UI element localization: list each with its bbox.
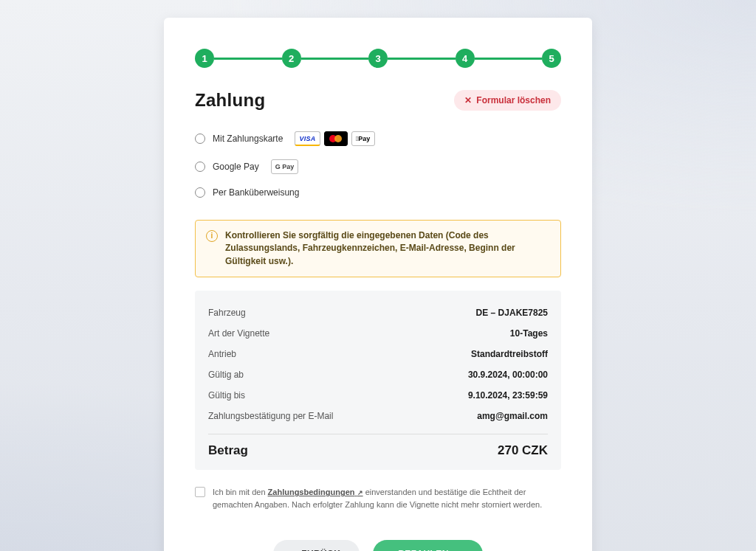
external-link-icon: ↗ bbox=[357, 489, 363, 496]
summary-row: Antrieb Standardtreibstoff bbox=[208, 344, 548, 364]
step-line bbox=[475, 58, 543, 60]
pay-button[interactable]: BEZAHLEN › bbox=[373, 540, 483, 551]
terms-checkbox[interactable] bbox=[195, 487, 205, 497]
step-1[interactable]: 1 bbox=[195, 49, 214, 68]
divider bbox=[208, 434, 548, 434]
payment-options: Mit Zahlungskarte VISA Pay Google Pay G… bbox=[195, 131, 561, 198]
applepay-icon: Pay bbox=[351, 131, 375, 146]
summary-key: Gültig bis bbox=[208, 390, 245, 401]
option-bank-label: Per Banküberweisung bbox=[213, 187, 299, 198]
step-4[interactable]: 4 bbox=[456, 49, 475, 68]
summary-row: Fahrzeug DE – DJAKE7825 bbox=[208, 302, 548, 323]
stepper: 1 2 3 4 5 bbox=[195, 49, 561, 68]
step-line bbox=[214, 58, 282, 60]
step-2[interactable]: 2 bbox=[282, 49, 301, 68]
summary-row: Zahlungsbestätigung per E-Mail amg@gmail… bbox=[208, 406, 548, 426]
footer-buttons: ‹ ZURÜCK BEZAHLEN › bbox=[195, 540, 561, 551]
radio-icon bbox=[195, 162, 205, 172]
summary-val: DE – DJAKE7825 bbox=[476, 308, 548, 318]
terms-link[interactable]: Zahlungsbedingungen ↗ bbox=[268, 488, 363, 496]
option-gpay-label: Google Pay bbox=[213, 162, 259, 172]
page-title: Zahlung bbox=[195, 90, 265, 111]
option-card-label: Mit Zahlungskarte bbox=[213, 134, 283, 144]
terms-row: Ich bin mit den Zahlungsbedingungen ↗ ei… bbox=[195, 486, 561, 510]
step-line bbox=[301, 58, 369, 60]
total-label: Betrag bbox=[208, 443, 248, 458]
close-icon: ✕ bbox=[464, 95, 472, 105]
summary-key: Art der Vignette bbox=[208, 328, 269, 339]
summary-val: Standardtreibstoff bbox=[471, 349, 548, 359]
radio-icon bbox=[195, 187, 205, 198]
summary-key: Zahlungsbestätigung per E-Mail bbox=[208, 411, 333, 421]
info-text: Kontrollieren Sie sorgfältig die eingege… bbox=[225, 229, 550, 268]
mastercard-icon bbox=[324, 131, 348, 146]
clear-form-label: Formular löschen bbox=[476, 95, 551, 105]
option-bank[interactable]: Per Banküberweisung bbox=[195, 187, 561, 198]
summary-total: Betrag 270 CZK bbox=[208, 439, 548, 458]
option-gpay[interactable]: Google Pay G Pay bbox=[195, 159, 561, 174]
summary-val: 9.10.2024, 23:59:59 bbox=[468, 390, 548, 401]
clear-form-button[interactable]: ✕ Formular löschen bbox=[454, 90, 561, 111]
total-value: 270 CZK bbox=[498, 443, 548, 458]
radio-icon bbox=[195, 134, 205, 144]
summary-row: Gültig ab 30.9.2024, 00:00:00 bbox=[208, 364, 548, 385]
summary-key: Gültig ab bbox=[208, 370, 244, 380]
info-icon: i bbox=[206, 230, 218, 242]
summary-key: Fahrzeug bbox=[208, 308, 246, 318]
summary-val: 10-Tages bbox=[510, 328, 548, 339]
header-row: Zahlung ✕ Formular löschen bbox=[195, 90, 561, 111]
summary-val: amg@gmail.com bbox=[477, 411, 548, 421]
gpay-icon: G Pay bbox=[271, 159, 299, 174]
step-5[interactable]: 5 bbox=[542, 49, 561, 68]
info-box: i Kontrollieren Sie sorgfältig die einge… bbox=[195, 220, 561, 277]
visa-icon: VISA bbox=[295, 131, 320, 146]
summary-row: Gültig bis 9.10.2024, 23:59:59 bbox=[208, 385, 548, 406]
summary-row: Art der Vignette 10-Tages bbox=[208, 323, 548, 344]
step-3[interactable]: 3 bbox=[368, 49, 388, 68]
summary-val: 30.9.2024, 00:00:00 bbox=[468, 370, 548, 380]
summary-box: Fahrzeug DE – DJAKE7825 Art der Vignette… bbox=[195, 291, 561, 470]
step-line bbox=[388, 58, 456, 60]
back-button[interactable]: ‹ ZURÜCK bbox=[273, 540, 360, 551]
payment-card: 1 2 3 4 5 Zahlung ✕ Formular löschen Mit… bbox=[164, 18, 592, 551]
terms-text: Ich bin mit den Zahlungsbedingungen ↗ ei… bbox=[213, 486, 561, 510]
summary-key: Antrieb bbox=[208, 349, 236, 359]
option-card[interactable]: Mit Zahlungskarte VISA Pay bbox=[195, 131, 561, 146]
